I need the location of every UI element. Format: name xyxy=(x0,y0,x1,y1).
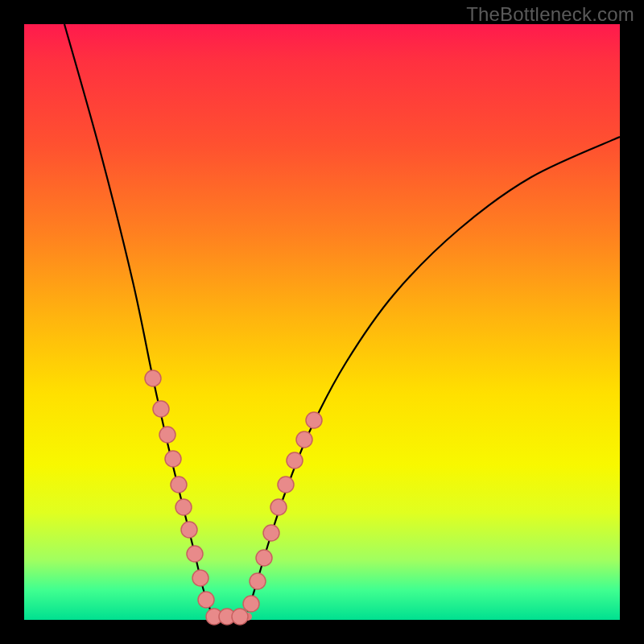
marker-dot xyxy=(165,451,181,467)
marker-dot xyxy=(243,596,259,612)
marker-dot xyxy=(270,499,287,515)
marker-dot xyxy=(256,550,272,566)
marker-dot xyxy=(181,522,197,538)
marker-dot xyxy=(296,431,312,448)
marker-dot xyxy=(287,452,303,469)
chart-svg xyxy=(24,24,620,620)
marker-dot xyxy=(192,570,208,586)
marker-dot xyxy=(232,609,248,625)
marker-dot xyxy=(278,477,294,493)
curve-right xyxy=(248,137,620,612)
marker-dot xyxy=(175,499,192,515)
marker-dot xyxy=(171,477,187,493)
marker-dot xyxy=(198,592,214,608)
marker-dot xyxy=(306,412,322,428)
marker-dot xyxy=(187,546,203,562)
marker-group xyxy=(145,370,322,625)
marker-dot xyxy=(153,401,169,417)
marker-dot xyxy=(263,525,279,541)
marker-dot xyxy=(145,370,161,386)
watermark-text: TheBottleneck.com xyxy=(466,3,634,26)
marker-dot xyxy=(159,427,175,443)
marker-dot xyxy=(250,573,266,589)
